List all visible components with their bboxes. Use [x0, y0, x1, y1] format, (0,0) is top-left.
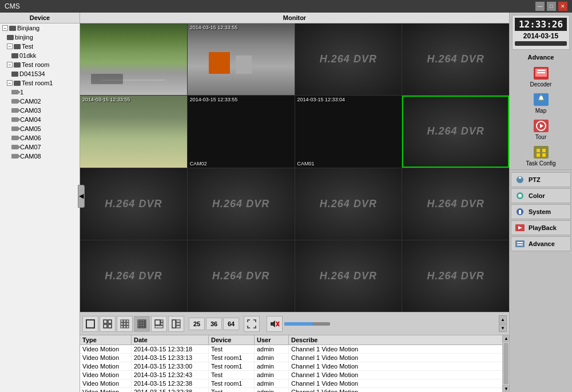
video-cell-12[interactable]: H.264 DVR	[402, 168, 509, 240]
view-64-button[interactable]: 64	[223, 318, 239, 330]
dvr-label-3: H.264 DVR	[320, 53, 377, 65]
svg-rect-3	[104, 324, 107, 328]
sidebar-item-01dkk[interactable]: 01dkk	[0, 51, 80, 60]
video-cell-9[interactable]: H.264 DVR	[80, 168, 187, 240]
sidebar-item-cam04[interactable]: CAM04	[0, 115, 80, 124]
log-col-user: User	[255, 335, 289, 345]
right-btn-label-ptz: PTZ	[529, 176, 541, 183]
svg-rect-20	[142, 322, 144, 324]
sidebar-item-cam02[interactable]: CAM02	[0, 97, 80, 106]
video-cell-13[interactable]: H.264 DVR	[80, 240, 187, 312]
view-36-button[interactable]: 36	[206, 318, 222, 330]
sidebar-collapse-button[interactable]: ◀	[78, 185, 85, 208]
log-row-3[interactable]: Video Motion 2014-03-15 12:32:43 Test ad…	[80, 371, 509, 379]
advance-label-taskconfig: Task Config	[526, 160, 555, 167]
advance-btn-map[interactable]: Map	[512, 90, 570, 115]
time-display: 12:33:26	[515, 18, 567, 31]
quad-view-button[interactable]	[100, 316, 116, 332]
svg-rect-33	[155, 326, 163, 328]
mute-button[interactable]	[267, 316, 283, 332]
sidebar-item-test[interactable]: −Test	[0, 42, 80, 51]
minimize-button[interactable]: —	[535, 2, 545, 11]
advance-btn-tour[interactable]: Tour	[512, 117, 570, 141]
svg-rect-25	[145, 324, 146, 326]
sixteen-view-button[interactable]	[134, 316, 150, 332]
advance-buttons: Decoder Map Tour Task Config	[510, 62, 572, 169]
video-cell-7[interactable]: 2014-03-15 12:33:04 CAM01	[295, 96, 402, 167]
video-cell-2[interactable]: 2014-03-15 12:33:55	[188, 23, 295, 95]
video-cell-14[interactable]: H.264 DVR	[188, 240, 295, 312]
fullscreen-button[interactable]	[244, 316, 260, 332]
right-btn-advance2[interactable]: Advance	[511, 236, 571, 251]
dvr-label-15: H.264 DVR	[320, 270, 377, 282]
sidebar-item-testroom1[interactable]: −Test room1	[0, 78, 80, 88]
single-view-button[interactable]	[82, 316, 98, 332]
log-row-1[interactable]: Video Motion 2014-03-15 12:33:13 Test ro…	[80, 354, 509, 362]
video-cell-8[interactable]: H.264 DVR	[402, 96, 509, 167]
video-cell-1[interactable]	[80, 23, 187, 95]
sidebar-item-binjiang[interactable]: −Binjiang	[0, 23, 80, 33]
log-cell-type-2: Video Motion	[80, 362, 132, 370]
right-btn-icon-ptz	[514, 175, 526, 185]
tree-label-binjiang: Binjiang	[17, 25, 39, 31]
right-btn-color[interactable]: Color	[511, 188, 571, 203]
log-cell-user-0: admin	[255, 345, 289, 353]
video-cell-16[interactable]: H.264 DVR	[402, 240, 509, 312]
video-cell-10[interactable]: H.264 DVR	[188, 168, 295, 240]
svg-rect-21	[145, 322, 146, 324]
right-btn-playback[interactable]: PlayBack	[511, 220, 571, 235]
sidebar-item-cam03[interactable]: CAM03	[0, 106, 80, 115]
sidebar-item-cam05[interactable]: CAM05	[0, 124, 80, 133]
advance-btn-taskconfig[interactable]: Task Config	[512, 143, 570, 168]
cam-icon-cam07	[11, 145, 18, 149]
device-tree: −Binjiangbinjing−Test01dkk−Test roomD041…	[0, 23, 80, 161]
right-btn-label-system: System	[529, 208, 551, 215]
video-cell-6[interactable]: 2014-03-15 12:33:55 CAM02	[188, 96, 295, 167]
log-scroll-down[interactable]: ▼	[503, 385, 509, 392]
tree-expand-testroom1[interactable]: −	[7, 80, 13, 86]
custom2-view-button[interactable]	[168, 316, 184, 332]
log-cell-device-0: Test	[209, 345, 255, 353]
grid-scroll-down[interactable]: ▼	[499, 324, 507, 332]
tree-expand-binjiang[interactable]: −	[2, 25, 8, 31]
svg-rect-66	[517, 244, 523, 246]
right-btn-system[interactable]: System	[511, 204, 571, 219]
sidebar-item-testroom[interactable]: −Test room	[0, 60, 80, 69]
custom1-view-button[interactable]	[151, 316, 167, 332]
volume-bar[interactable]	[284, 322, 330, 326]
log-row-2[interactable]: Video Motion 2014-03-15 12:33:00 Test ro…	[80, 362, 509, 371]
video-cell-4[interactable]: H.264 DVR	[402, 23, 509, 95]
sidebar-item-cam1[interactable]: 1	[0, 88, 80, 97]
video-cell-11[interactable]: H.264 DVR	[295, 168, 402, 240]
sidebar-item-binjing[interactable]: binjing	[0, 33, 80, 42]
sidebar-item-cam07[interactable]: CAM07	[0, 142, 80, 152]
advance-icon-taskconfig	[532, 144, 550, 160]
cam-icon-cam03	[11, 108, 18, 113]
close-button[interactable]: ✕	[558, 2, 567, 11]
log-scroll-thumb[interactable]	[503, 343, 509, 385]
log-row-5[interactable]: Video Motion 2014-03-15 12:32:38 Test ad…	[80, 388, 509, 392]
sidebar-item-cam06[interactable]: CAM06	[0, 133, 80, 142]
log-col-date: Date	[132, 335, 209, 345]
video-cell-3[interactable]: H.264 DVR	[295, 23, 402, 95]
log-scroll-up[interactable]: ▲	[503, 335, 509, 342]
app-title: CMS	[5, 2, 20, 10]
grid-scroll-up[interactable]: ▲	[499, 315, 507, 323]
tree-expand-test[interactable]: −	[7, 43, 13, 49]
cam-icon-cam08	[11, 154, 18, 159]
maximize-button[interactable]: □	[547, 2, 556, 11]
log-row-4[interactable]: Video Motion 2014-03-15 12:32:38 Test ro…	[80, 379, 509, 388]
video-cell-15[interactable]: H.264 DVR	[295, 240, 402, 312]
tree-expand-testroom[interactable]: −	[7, 62, 13, 68]
sidebar-item-cam08[interactable]: CAM08	[0, 152, 80, 161]
log-cell-user-3: admin	[255, 371, 289, 379]
advance-btn-decoder[interactable]: Decoder	[512, 64, 570, 89]
right-btn-ptz[interactable]: PTZ	[511, 172, 571, 187]
dvr-label-12: H.264 DVR	[427, 198, 484, 210]
svg-rect-31	[161, 320, 163, 322]
log-row-0[interactable]: Video Motion 2014-03-15 12:33:18 Test ad…	[80, 345, 509, 354]
video-cell-5[interactable]: 2014-03-15 12:33:55	[80, 96, 187, 167]
view-25-button[interactable]: 25	[189, 318, 205, 330]
nine-view-button[interactable]	[117, 316, 133, 332]
sidebar-item-D041534[interactable]: D041534	[0, 69, 80, 78]
